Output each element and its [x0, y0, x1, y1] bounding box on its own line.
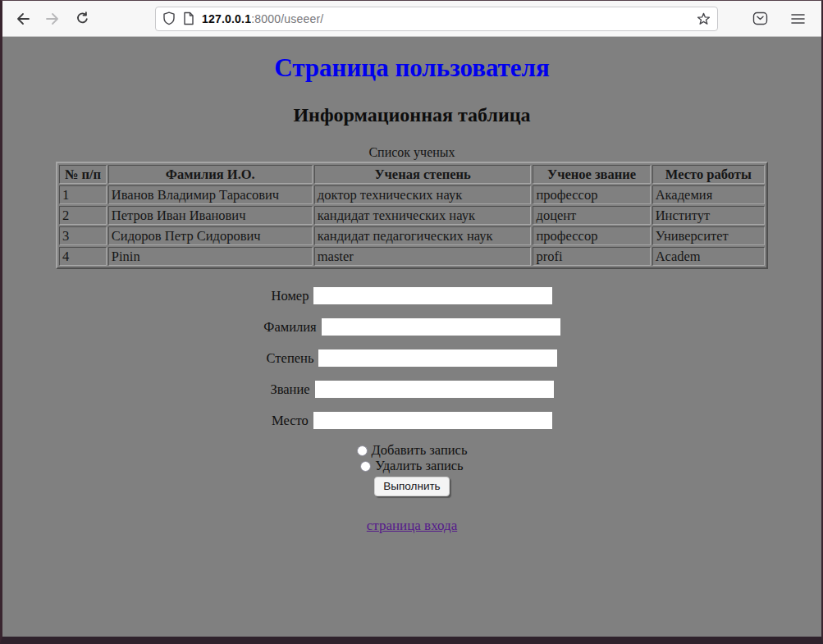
rank-label: Звание [270, 381, 309, 397]
login-page-link[interactable]: страница входа [367, 518, 457, 533]
cell-rank: доцент [533, 206, 650, 225]
forward-icon [45, 12, 60, 25]
browser-toolbar: 127.0.0.1:8000/useeer/ [2, 1, 821, 37]
page-title: Страница пользователя [2, 55, 821, 80]
cell-number: 2 [59, 206, 107, 225]
cell-number: 4 [59, 247, 107, 266]
bookmark-star-button[interactable] [697, 12, 711, 25]
cell-degree: master [314, 247, 532, 266]
workplace-input[interactable] [313, 412, 552, 429]
url-domain: 127.0.0.1 [202, 12, 251, 25]
field-row-number: Номер [2, 285, 821, 303]
cell-surname: Петров Иван Иванович [108, 206, 313, 225]
delete-record-label: Удалить запись [375, 458, 463, 473]
field-row-surname: Фамилия [2, 317, 821, 334]
degree-input[interactable] [318, 349, 557, 367]
radio-row-delete: Удалить запись [2, 458, 821, 473]
url-bar[interactable]: 127.0.0.1:8000/useeer/ [155, 7, 718, 31]
cell-rank: профессор [533, 226, 650, 245]
surname-input[interactable] [322, 318, 560, 336]
cell-number: 1 [59, 185, 107, 204]
reload-icon [75, 11, 89, 25]
cell-surname: Сидоров Петр Сидорович [108, 226, 313, 245]
add-record-label: Добавить запись [372, 442, 468, 458]
surname-label: Фамилия [263, 319, 316, 335]
delete-record-radio[interactable] [360, 461, 371, 472]
cell-surname: Иванов Владимир Тарасович [108, 185, 313, 204]
pocket-button[interactable] [748, 7, 772, 31]
submit-row: Выполнить [2, 477, 821, 496]
forward-button[interactable] [40, 7, 65, 31]
cell-workplace: Академия [652, 185, 765, 204]
bookmark-star-icon [697, 12, 711, 25]
field-row-workplace: Место [2, 410, 821, 427]
back-icon [16, 12, 30, 25]
table-header-row: № п/п Фамилия И.О. Ученая степень Ученое… [59, 165, 765, 184]
menu-icon [791, 13, 805, 25]
radio-row-add: Добавить запись [2, 442, 821, 458]
cell-number: 3 [59, 226, 107, 245]
cell-workplace: Университет [652, 226, 765, 245]
execute-button[interactable]: Выполнить [374, 477, 449, 496]
page-content: Страница пользователя Информационная таб… [2, 37, 821, 637]
table-row: 4 Pinin master profi Academ [59, 247, 765, 266]
shield-icon[interactable] [162, 11, 176, 25]
url-path: :8000/useeer/ [251, 12, 323, 25]
col-header-workplace: Место работы [652, 165, 765, 184]
cell-rank: профессор [533, 185, 650, 204]
number-label: Номер [272, 288, 309, 304]
col-header-rank: Ученое звание [533, 165, 650, 184]
page-proxy-icon[interactable] [183, 11, 194, 25]
menu-button[interactable] [785, 7, 810, 31]
section-title: Информационная таблица [2, 105, 821, 125]
action-radio-group: Добавить запись Удалить запись [2, 442, 821, 473]
degree-label: Степень [267, 350, 314, 366]
reload-button[interactable] [70, 7, 94, 31]
rank-input[interactable] [315, 381, 554, 398]
scientists-table: № п/п Фамилия И.О. Ученая степень Ученое… [56, 162, 768, 269]
table-caption: Список ученых [2, 146, 821, 159]
link-row: страница входа [2, 518, 821, 534]
add-record-radio[interactable] [357, 445, 368, 456]
cell-workplace: Институт [652, 206, 765, 225]
cell-degree: кандидат технических наук [314, 206, 532, 225]
url-text[interactable]: 127.0.0.1:8000/useeer/ [202, 12, 697, 25]
table-row: 2 Петров Иван Иванович кандидат техничес… [59, 206, 765, 225]
table-row: 3 Сидоров Петр Сидорович кандидат педаго… [59, 226, 765, 245]
cell-rank: profi [533, 247, 650, 266]
browser-window: 127.0.0.1:8000/useeer/ Страница пользова [0, 0, 823, 644]
toolbar-right-group [748, 7, 821, 31]
cell-degree: доктор технических наук [314, 185, 532, 204]
col-header-number: № п/п [59, 165, 107, 184]
field-row-rank: Звание [2, 379, 821, 396]
number-input[interactable] [313, 287, 552, 304]
cell-workplace: Academ [652, 247, 765, 266]
col-header-degree: Ученая степень [314, 165, 532, 184]
cell-surname: Pinin [108, 247, 313, 266]
workplace-label: Место [272, 413, 309, 428]
field-row-degree: Степень [2, 348, 821, 365]
record-form: Номер Фамилия Степень Звание Место Добав… [2, 285, 821, 496]
pocket-icon [752, 11, 768, 25]
col-header-surname: Фамилия И.О. [108, 165, 313, 184]
back-button[interactable] [11, 7, 35, 31]
table-row: 1 Иванов Владимир Тарасович доктор техни… [59, 185, 765, 204]
cell-degree: кандидат педагогических наук [314, 226, 532, 245]
